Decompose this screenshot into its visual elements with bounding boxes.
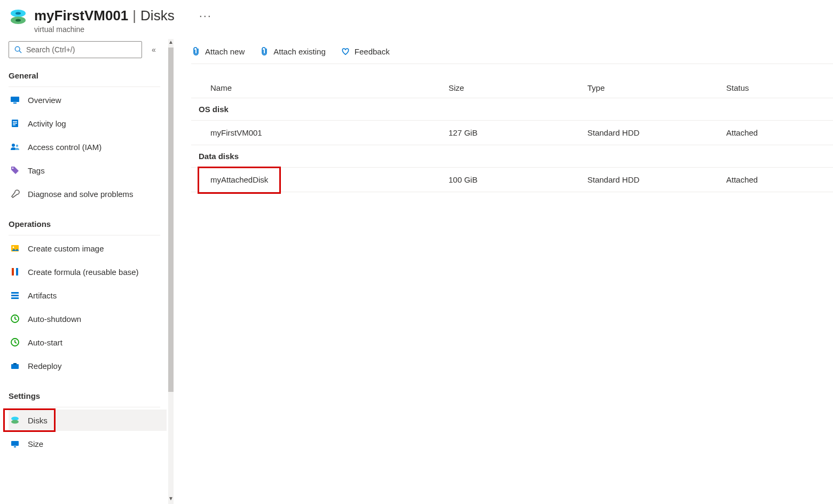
sidebar: « General Overview Activity log Access c… bbox=[0, 39, 167, 504]
sidebar-item-label: Create custom image bbox=[28, 244, 104, 253]
sidebar-item-label: Overview bbox=[28, 96, 61, 105]
divider bbox=[9, 407, 160, 407]
svg-rect-9 bbox=[13, 121, 17, 122]
sidebar-item-diagnose[interactable]: Diagnose and solve problems bbox=[9, 183, 167, 204]
vm-disk-icon bbox=[9, 7, 28, 27]
feedback-button[interactable]: Feedback bbox=[341, 46, 390, 56]
svg-rect-28 bbox=[11, 441, 19, 446]
sidebar-item-label: Auto-start bbox=[28, 338, 62, 347]
divider bbox=[9, 86, 160, 87]
title-separator: | bbox=[131, 7, 137, 24]
section-settings: Settings bbox=[9, 386, 167, 406]
sidebar-item-disks[interactable]: Disks bbox=[9, 410, 167, 431]
svg-point-13 bbox=[16, 145, 18, 147]
paperclip-icon bbox=[191, 46, 201, 56]
svg-point-27 bbox=[11, 420, 19, 424]
artifacts-icon bbox=[10, 290, 20, 301]
svg-point-3 bbox=[15, 19, 21, 22]
toolbar-label: Attach new bbox=[205, 47, 245, 56]
cell-size: 100 GiB bbox=[449, 175, 587, 184]
sidebar-scrollbar[interactable]: ▲ ▼ bbox=[167, 39, 175, 504]
sidebar-item-create-formula[interactable]: Create formula (reusable base) bbox=[9, 261, 167, 282]
section-general: General bbox=[9, 66, 167, 85]
resource-type-label: virtual machine bbox=[34, 25, 212, 34]
sidebar-item-artifacts[interactable]: Artifacts bbox=[9, 285, 167, 306]
svg-rect-24 bbox=[11, 364, 19, 369]
svg-rect-25 bbox=[13, 363, 17, 365]
sidebar-item-label: Activity log bbox=[28, 119, 66, 128]
main-content: Attach new Attach existing Feedback Name… bbox=[175, 39, 833, 504]
cell-name: myFirstVM001 bbox=[210, 128, 449, 137]
column-size: Size bbox=[449, 83, 587, 92]
attach-existing-button[interactable]: Attach existing bbox=[260, 46, 326, 56]
sidebar-item-activity-log[interactable]: Activity log bbox=[9, 113, 167, 134]
column-type: Type bbox=[587, 83, 726, 92]
sidebar-item-label: Artifacts bbox=[28, 291, 57, 300]
svg-line-5 bbox=[19, 51, 21, 53]
scroll-thumb[interactable] bbox=[168, 48, 174, 392]
search-box[interactable] bbox=[9, 41, 142, 58]
cell-status: Attached bbox=[726, 175, 833, 184]
highlight-box: myAttachedDisk bbox=[210, 175, 268, 184]
table-row[interactable]: myAttachedDisk 100 GiB Standard HDD Atta… bbox=[191, 168, 833, 192]
sidebar-item-label: Diagnose and solve problems bbox=[28, 190, 133, 199]
toolbar: Attach new Attach existing Feedback bbox=[191, 41, 833, 64]
svg-point-4 bbox=[15, 46, 20, 51]
svg-rect-19 bbox=[11, 292, 19, 294]
svg-point-26 bbox=[11, 417, 19, 421]
attach-new-button[interactable]: Attach new bbox=[191, 46, 245, 56]
scroll-down-icon[interactable]: ▼ bbox=[168, 495, 174, 504]
sidebar-item-label: Auto-shutdown bbox=[28, 314, 81, 324]
image-icon bbox=[10, 243, 20, 254]
more-actions-button[interactable]: ··· bbox=[199, 9, 212, 23]
svg-rect-18 bbox=[16, 268, 18, 275]
svg-rect-29 bbox=[14, 446, 16, 447]
table-row[interactable]: myFirstVM001 127 GiB Standard HDD Attach… bbox=[191, 121, 833, 145]
log-icon bbox=[10, 118, 20, 129]
column-status: Status bbox=[726, 83, 833, 92]
divider bbox=[9, 235, 160, 235]
sidebar-item-auto-start[interactable]: Auto-start bbox=[9, 332, 167, 353]
sidebar-item-overview[interactable]: Overview bbox=[9, 89, 167, 111]
sidebar-item-label: Size bbox=[28, 439, 43, 448]
monitor-icon bbox=[10, 94, 20, 105]
sidebar-item-tags[interactable]: Tags bbox=[9, 160, 167, 181]
svg-rect-20 bbox=[11, 295, 19, 296]
wrench-icon bbox=[10, 188, 20, 199]
sidebar-item-create-image[interactable]: Create custom image bbox=[9, 238, 167, 259]
svg-rect-11 bbox=[13, 124, 15, 125]
group-data-disks: Data disks bbox=[191, 145, 833, 168]
table-header-row: Name Size Type Status bbox=[191, 78, 833, 98]
svg-rect-10 bbox=[13, 123, 17, 124]
column-name: Name bbox=[210, 83, 449, 92]
sidebar-item-label: Create formula (reusable base) bbox=[28, 267, 139, 277]
svg-rect-6 bbox=[11, 97, 19, 102]
svg-point-12 bbox=[12, 144, 15, 147]
sidebar-item-size[interactable]: Size bbox=[9, 433, 167, 454]
sidebar-item-redeploy[interactable]: Redeploy bbox=[9, 355, 167, 376]
clock-icon bbox=[10, 313, 20, 324]
search-input[interactable] bbox=[26, 45, 136, 54]
clock-icon bbox=[10, 337, 20, 348]
svg-point-14 bbox=[12, 168, 14, 169]
svg-point-1 bbox=[15, 12, 21, 15]
sidebar-item-label: Redeploy bbox=[28, 361, 61, 371]
svg-rect-7 bbox=[13, 103, 17, 104]
cell-status: Attached bbox=[726, 128, 833, 137]
disk-table: Name Size Type Status OS disk myFirstVM0… bbox=[191, 78, 833, 192]
section-title: Disks bbox=[140, 7, 175, 24]
sidebar-item-label: Access control (IAM) bbox=[28, 143, 101, 152]
page-header: myFirstVM001 | Disks ··· virtual machine bbox=[0, 0, 833, 39]
sidebar-item-access-control[interactable]: Access control (IAM) bbox=[9, 136, 167, 158]
toolbar-label: Feedback bbox=[355, 47, 390, 56]
people-icon bbox=[10, 141, 20, 152]
formula-icon bbox=[10, 266, 20, 277]
disk-icon bbox=[10, 415, 20, 426]
cell-type: Standard HDD bbox=[587, 128, 726, 137]
group-os-disk: OS disk bbox=[191, 98, 833, 121]
size-icon bbox=[10, 438, 20, 449]
search-icon bbox=[14, 46, 22, 53]
scroll-up-icon[interactable]: ▲ bbox=[168, 39, 174, 48]
sidebar-item-auto-shutdown[interactable]: Auto-shutdown bbox=[9, 308, 167, 329]
collapse-sidebar-button[interactable]: « bbox=[147, 45, 160, 54]
